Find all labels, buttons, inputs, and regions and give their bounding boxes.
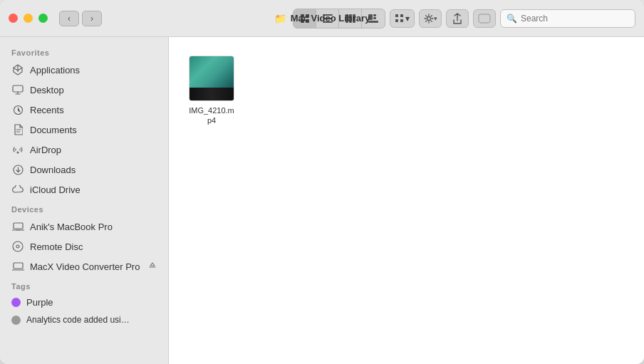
search-box[interactable]: 🔍 [500, 9, 635, 28]
purple-tag-label: Purple [26, 297, 53, 308]
minimize-button[interactable] [24, 14, 33, 23]
dropdown-chevron: ▾ [405, 14, 410, 24]
remote-disc-label: Remote Disc [30, 241, 83, 252]
gear-icon [424, 14, 434, 24]
applications-icon [11, 63, 24, 76]
main-area: Favorites Applications Deskto [0, 37, 644, 364]
svg-rect-11 [373, 14, 376, 16]
search-input[interactable] [521, 14, 629, 24]
svg-rect-19 [479, 14, 490, 23]
svg-rect-16 [395, 19, 398, 22]
icloud-label: iCloud Drive [30, 184, 80, 195]
view-options-dropdown[interactable]: ▾ [390, 9, 415, 28]
svg-rect-24 [14, 223, 23, 229]
tag-icon [478, 14, 491, 24]
window-title: 📁 Mac Video Library [274, 13, 370, 24]
tags-section-label: Tags [0, 276, 168, 293]
sidebar-item-purple[interactable]: Purple [0, 293, 168, 311]
devices-section-label: Devices [0, 199, 168, 217]
svg-point-22 [17, 152, 19, 154]
svg-rect-12 [373, 17, 376, 19]
documents-icon [11, 123, 24, 136]
sidebar-item-desktop[interactable]: Desktop [0, 80, 168, 100]
downloads-icon [11, 163, 24, 176]
eject-button[interactable] [148, 261, 157, 272]
video-preview [189, 56, 234, 100]
file-grid: IMG_4210.mp4 [183, 51, 630, 130]
close-button[interactable] [9, 14, 18, 23]
analytics-tag-dot [11, 316, 21, 325]
remote-disc-icon [11, 240, 24, 253]
purple-tag-dot [11, 298, 21, 307]
eject-icon [148, 261, 157, 270]
airdrop-icon [11, 143, 24, 156]
svg-rect-15 [400, 14, 403, 17]
macbook-icon [11, 220, 24, 233]
file-area: IMG_4210.mp4 [169, 37, 644, 364]
traffic-lights [9, 14, 48, 23]
sidebar-item-documents[interactable]: Documents [0, 120, 168, 140]
maximize-button[interactable] [38, 14, 48, 23]
documents-label: Documents [30, 125, 77, 135]
airdrop-label: AirDrop [30, 145, 61, 155]
sidebar-item-analytics[interactable]: Analytics code added using php [0, 311, 168, 328]
sidebar-item-macx[interactable]: MacX Video Converter Pro [0, 256, 168, 276]
nav-buttons: ‹ › [59, 11, 102, 26]
svg-point-18 [427, 16, 430, 20]
forward-button[interactable]: › [82, 11, 102, 26]
svg-rect-20 [13, 85, 23, 92]
recents-label: Recents [30, 105, 64, 115]
applications-label: Applications [30, 65, 80, 76]
title-label: Mac Video Library [291, 13, 370, 24]
back-button[interactable]: ‹ [59, 11, 79, 26]
svg-point-26 [16, 245, 19, 248]
svg-rect-27 [14, 263, 23, 269]
desktop-icon [11, 83, 24, 96]
share-icon [452, 13, 462, 24]
sidebar-item-applications[interactable]: Applications [0, 60, 168, 80]
desktop-label: Desktop [30, 85, 64, 95]
file-name: IMG_4210.mp4 [187, 105, 236, 126]
svg-rect-17 [400, 19, 403, 22]
svg-point-25 [13, 241, 23, 251]
sidebar-item-icloud[interactable]: iCloud Drive [0, 180, 168, 199]
share-button[interactable] [446, 9, 469, 28]
sidebar-item-macbook[interactable]: Anik's MacBook Pro [0, 217, 168, 236]
sidebar-item-airdrop[interactable]: AirDrop [0, 140, 168, 160]
settings-button[interactable]: ▾ [419, 9, 442, 28]
sidebar-item-remote-disc[interactable]: Remote Disc [0, 236, 168, 256]
sidebar-item-recents[interactable]: Recents [0, 100, 168, 120]
svg-rect-14 [395, 14, 398, 17]
macbook-label: Anik's MacBook Pro [30, 222, 113, 232]
icloud-icon [11, 183, 24, 196]
title-folder-icon: 📁 [274, 13, 286, 24]
tag-button[interactable] [473, 9, 496, 28]
grid-dropdown-icon [395, 14, 404, 23]
downloads-label: Downloads [30, 165, 76, 175]
favorites-section-label: Favorites [0, 43, 168, 60]
macx-icon [11, 260, 24, 273]
sidebar-item-downloads[interactable]: Downloads [0, 160, 168, 180]
file-thumbnail [189, 56, 234, 101]
sidebar: Favorites Applications Deskto [0, 37, 169, 364]
title-bar: ‹ › 📁 Mac Video Library [0, 0, 644, 37]
settings-chevron: ▾ [434, 15, 437, 22]
finder-window: ‹ › 📁 Mac Video Library [0, 0, 644, 364]
recents-icon [11, 103, 24, 116]
analytics-tag-label: Analytics code added using php [26, 315, 133, 325]
search-icon: 🔍 [507, 14, 517, 24]
macx-label: MacX Video Converter Pro [30, 261, 140, 272]
file-item[interactable]: IMG_4210.mp4 [183, 51, 240, 130]
